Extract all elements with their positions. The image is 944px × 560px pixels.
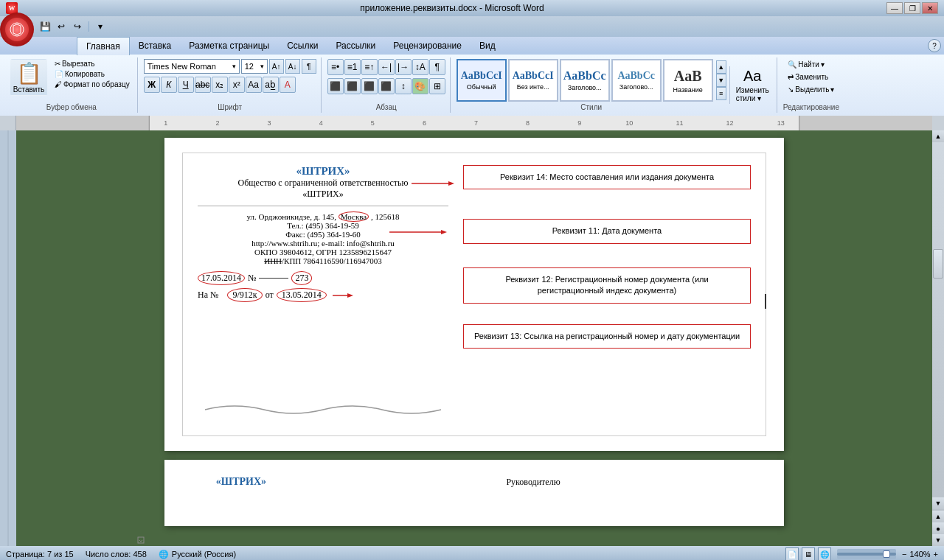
restore-button[interactable]: ❐: [904, 2, 920, 14]
shading-button[interactable]: 🎨: [412, 78, 428, 94]
annotations-column: Реквизит 14: Место составления или издан…: [463, 165, 751, 349]
decrease-font-button[interactable]: A↓: [285, 59, 300, 74]
undo-qa-button[interactable]: ↩: [55, 20, 68, 33]
view-print-button[interactable]: 📄: [785, 547, 799, 560]
align-right-button[interactable]: ⬛: [361, 78, 378, 94]
tab-mailings[interactable]: Рассылки: [327, 37, 384, 55]
borders-button[interactable]: ⊞: [429, 78, 445, 94]
subscript-button[interactable]: x₂: [212, 77, 228, 93]
show-formatting-button[interactable]: ¶: [429, 59, 445, 75]
font-name-input[interactable]: Times New Roman ▾: [144, 59, 240, 74]
minimize-button[interactable]: —: [886, 2, 903, 14]
letterhead: «ШТРИХ» Общество с ограниченной ответств…: [198, 165, 448, 200]
bold-button[interactable]: Ж: [144, 77, 160, 93]
zoom-slider[interactable]: [837, 549, 896, 559]
word-count: Число слов: 458: [86, 550, 147, 559]
next-page-button[interactable]: ▼: [932, 534, 944, 546]
svg-text:12: 12: [726, 119, 734, 127]
status-bar: Страница: 7 из 15 Число слов: 458 🌐 Русс…: [0, 546, 944, 560]
font-group: Times New Roman ▾ 12 ▾ A↑ A↓ ¶ Ж К Ч abc…: [139, 57, 322, 113]
language-indicator[interactable]: 🌐 Русский (Россия): [159, 550, 236, 559]
ann-spacer-1: [463, 197, 751, 211]
select-button[interactable]: ↘ Выделить ▾: [783, 84, 839, 95]
styles-scroll-down-button[interactable]: ▼: [716, 74, 726, 87]
justify-button[interactable]: ⬛: [378, 78, 395, 94]
font-size-input[interactable]: 12 ▾: [241, 59, 268, 74]
paste-button[interactable]: 📋 Вставить: [10, 59, 47, 96]
style-heading2[interactable]: AaBbCc Заголово...: [611, 59, 662, 102]
zoom-out-button[interactable]: −: [902, 550, 906, 559]
replace-button[interactable]: ⇄ Заменить: [783, 71, 833, 83]
sort-button[interactable]: ↕A: [412, 59, 428, 75]
annotation-box-12: Реквизит 12: Регистрационный номер докум…: [463, 267, 751, 304]
scrollbar-track[interactable]: [932, 142, 944, 497]
redo-qa-button[interactable]: ↪: [71, 20, 84, 33]
cut-button[interactable]: ✂ Вырезать: [52, 59, 133, 69]
numbered-list-button[interactable]: ≡1: [344, 59, 361, 75]
styles-group-inner: AaBbCcI Обычный AaBbCcI Без инте... AaBb…: [457, 59, 726, 111]
styles-scroll-up-button[interactable]: ▲: [716, 60, 726, 74]
line-spacing-button[interactable]: ↕: [395, 78, 412, 94]
select-icon: ↘: [788, 85, 794, 94]
right-scrollbar[interactable]: ▲ ▼ ▲ ● ▼: [932, 130, 944, 546]
scrollbar-thumb[interactable]: [933, 249, 943, 279]
zoom-in-button[interactable]: +: [934, 550, 938, 559]
prev-page-button[interactable]: ▲: [932, 511, 944, 522]
qa-dropdown-button[interactable]: ▾: [94, 20, 107, 33]
view-fullscreen-button[interactable]: 🖥: [802, 547, 815, 560]
superscript-button[interactable]: x²: [229, 77, 245, 93]
tab-page-layout[interactable]: Разметка страницы: [180, 37, 278, 55]
svg-text:10: 10: [625, 119, 633, 127]
style-no-spacing[interactable]: AaBbCcI Без инте...: [508, 59, 558, 102]
decrease-indent-button[interactable]: ←|: [378, 59, 395, 75]
main-area: «ШТРИХ» Общество с ограниченной ответств…: [0, 130, 944, 546]
ann-spacer-3: [463, 311, 751, 317]
multilevel-list-button[interactable]: ≡↑: [361, 59, 378, 75]
bullet-list-button[interactable]: ≡•: [327, 59, 344, 75]
change-styles-button[interactable]: Aa Изменитьстили ▾: [733, 66, 772, 104]
style-heading1-preview: AaBbCc: [563, 69, 606, 83]
align-center-button[interactable]: ⬛: [344, 78, 361, 94]
scroll-down-button[interactable]: ▼: [932, 497, 944, 509]
align-left-button[interactable]: ⬛: [327, 78, 344, 94]
window-title: приложение.реквизиты.docx - Microsoft Wo…: [18, 3, 886, 13]
nav-object-button[interactable]: ●: [932, 522, 944, 534]
format-painter-icon: 🖌: [55, 80, 62, 88]
strikethrough-button[interactable]: abc: [195, 77, 211, 93]
company-name-2: «ШТРИХ»: [198, 189, 448, 200]
format-painter-button[interactable]: 🖌 Формат по образцу: [52, 80, 133, 89]
find-dropdown-icon: ▾: [821, 60, 825, 69]
change-case-button[interactable]: Aa: [246, 77, 262, 93]
tab-references[interactable]: Ссылки: [278, 37, 327, 55]
style-normal[interactable]: AaBbCcI Обычный: [457, 59, 507, 102]
zoom-thumb[interactable]: [883, 550, 890, 558]
page2-recipient: Руководителю: [300, 475, 766, 488]
find-button[interactable]: 🔍 Найти ▾: [783, 59, 829, 70]
increase-indent-button[interactable]: |→: [395, 59, 412, 75]
tab-insert[interactable]: Вставка: [130, 37, 181, 55]
clipboard-expand-button[interactable]: [137, 533, 145, 541]
view-web-button[interactable]: 🌐: [818, 547, 831, 560]
style-title[interactable]: AaB Название: [663, 59, 713, 102]
copy-button[interactable]: 📄 Копировать: [52, 69, 133, 79]
paragraph-group-label: Абзац: [376, 103, 397, 111]
svg-point-0: [10, 23, 24, 36]
underline-button[interactable]: Ч: [178, 77, 194, 93]
increase-font-button[interactable]: A↑: [269, 59, 284, 74]
close-button[interactable]: ✕: [922, 2, 938, 14]
tab-home[interactable]: Главная: [77, 37, 130, 55]
tab-view[interactable]: Вид: [471, 37, 504, 55]
style-heading1[interactable]: AaBbCc Заголово...: [560, 59, 610, 102]
office-button[interactable]: [0, 13, 34, 46]
clear-format-button[interactable]: ¶: [302, 59, 316, 74]
italic-button[interactable]: К: [161, 77, 177, 93]
document-scroll-area[interactable]: «ШТРИХ» Общество с ограниченной ответств…: [16, 130, 932, 546]
scroll-up-button[interactable]: ▲: [932, 130, 944, 142]
document-page-2: «ШТРИХ» Руководителю: [164, 460, 784, 526]
help-button[interactable]: ?: [928, 39, 941, 52]
save-qa-button[interactable]: 💾: [38, 20, 52, 33]
highlight-button[interactable]: ab̲: [263, 77, 279, 93]
tab-review[interactable]: Рецензирование: [384, 37, 471, 55]
font-color-button[interactable]: A: [280, 77, 296, 93]
styles-more-button[interactable]: ≡: [716, 87, 726, 100]
